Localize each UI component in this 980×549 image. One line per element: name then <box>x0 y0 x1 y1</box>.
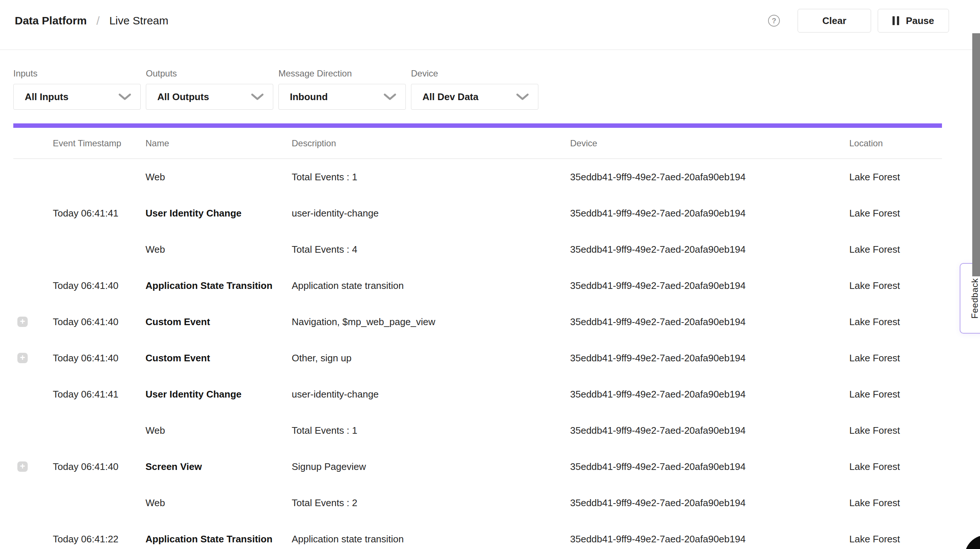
event-name-cell: Application State Transition <box>145 533 292 545</box>
device-cell: 35eddb41-9ff9-49e2-7aed-20afa90eb194 <box>570 461 849 472</box>
location-cell: Lake Forest <box>849 425 942 436</box>
outputs-dropdown-value: All Outputs <box>157 91 209 103</box>
plus-icon: + <box>20 317 25 326</box>
filter-inputs-label: Inputs <box>13 69 141 79</box>
table-header-row: Event Timestamp Name Description Device … <box>13 128 942 159</box>
breadcrumb: Data Platform / Live Stream <box>15 9 169 32</box>
expand-row-button[interactable]: + <box>18 353 28 363</box>
expand-cell: + <box>13 353 53 363</box>
page-title: Live Stream <box>109 14 169 27</box>
event-description-cell: user-identity-change <box>292 389 570 400</box>
location-cell: Lake Forest <box>849 497 942 509</box>
filter-message-direction-label: Message Direction <box>278 69 406 79</box>
live-stream-table: Event Timestamp Name Description Device … <box>13 128 942 549</box>
filter-outputs: Outputs All Outputs <box>146 69 273 110</box>
location-cell: Lake Forest <box>849 171 942 183</box>
pause-button[interactable]: Pause <box>878 9 949 32</box>
event-name-cell: Web <box>145 497 292 509</box>
live-stream-page: Data Platform / Live Stream ? Clear Paus… <box>0 0 980 549</box>
location-cell: Lake Forest <box>849 207 942 219</box>
breadcrumb-section[interactable]: Data Platform <box>15 14 87 27</box>
device-column-header: Device <box>570 138 849 148</box>
event-description-cell: Total Events : 1 <box>292 425 570 436</box>
device-cell: 35eddb41-9ff9-49e2-7aed-20afa90eb194 <box>570 207 849 219</box>
table-row: + Web Total Events : 1 35eddb41-9ff9-49e… <box>13 412 942 448</box>
event-timestamp-cell: Today 06:41:40 <box>53 461 145 472</box>
clear-button[interactable]: Clear <box>798 9 871 32</box>
expand-cell: + <box>13 425 53 436</box>
table-row: + Web Total Events : 4 35eddb41-9ff9-49e… <box>13 231 942 268</box>
filter-device-label: Device <box>411 69 538 79</box>
device-cell: 35eddb41-9ff9-49e2-7aed-20afa90eb194 <box>570 389 849 400</box>
location-column-header: Location <box>849 138 942 148</box>
expand-cell: + <box>13 281 53 291</box>
location-cell: Lake Forest <box>849 353 942 364</box>
message-direction-dropdown[interactable]: Inbound <box>278 84 406 110</box>
device-cell: 35eddb41-9ff9-49e2-7aed-20afa90eb194 <box>570 497 849 509</box>
location-cell: Lake Forest <box>849 280 942 292</box>
scrollbar-thumb[interactable] <box>972 33 980 276</box>
expand-row-button[interactable]: + <box>18 461 28 472</box>
device-cell: 35eddb41-9ff9-49e2-7aed-20afa90eb194 <box>570 171 849 183</box>
top-header: Data Platform / Live Stream ? Clear Paus… <box>0 0 980 50</box>
chevron-down-icon <box>516 93 529 101</box>
pause-icon <box>892 16 899 25</box>
filter-message-direction: Message Direction Inbound <box>278 69 406 110</box>
event-description-cell: Signup Pageview <box>292 461 570 472</box>
event-description-cell: Navigation, $mp_web_page_view <box>292 316 570 328</box>
breadcrumb-separator: / <box>96 14 100 28</box>
device-cell: 35eddb41-9ff9-49e2-7aed-20afa90eb194 <box>570 316 849 328</box>
event-name-cell: User Identity Change <box>145 207 292 219</box>
event-name-cell: Application State Transition <box>145 280 292 292</box>
expand-cell: + <box>13 461 53 472</box>
device-cell: 35eddb41-9ff9-49e2-7aed-20afa90eb194 <box>570 533 849 545</box>
filter-outputs-label: Outputs <box>146 69 273 79</box>
header-actions: ? Clear Pause <box>768 9 949 32</box>
outputs-dropdown[interactable]: All Outputs <box>146 84 273 110</box>
table-row: + Web Total Events : 1 35eddb41-9ff9-49e… <box>13 159 942 195</box>
location-cell: Lake Forest <box>849 461 942 472</box>
event-timestamp-cell: Today 06:41:40 <box>53 280 145 292</box>
device-dropdown[interactable]: All Dev Data <box>411 84 538 110</box>
event-timestamp-cell: Today 06:41:22 <box>53 533 145 545</box>
table-row: + Web Total Events : 2 35eddb41-9ff9-49e… <box>13 485 942 521</box>
event-name-cell: Custom Event <box>145 316 292 328</box>
help-icon[interactable]: ? <box>768 15 780 27</box>
event-description-cell: Other, sign up <box>292 353 570 364</box>
expand-cell: + <box>13 244 53 255</box>
plus-icon: + <box>20 353 25 362</box>
table-row: + Today 06:41:41 User Identity Change us… <box>13 376 942 412</box>
message-direction-dropdown-value: Inbound <box>290 91 328 103</box>
event-description-cell: Total Events : 2 <box>292 497 570 509</box>
expand-cell: + <box>13 498 53 508</box>
event-name-cell: User Identity Change <box>145 389 292 400</box>
name-column-header: Name <box>145 138 292 148</box>
event-description-cell: Total Events : 1 <box>292 171 570 183</box>
event-description-cell: Total Events : 4 <box>292 244 570 255</box>
chevron-down-icon <box>383 93 396 101</box>
event-name-cell: Web <box>145 171 292 183</box>
table-row: + Today 06:41:40 Custom Event Other, sig… <box>13 340 942 376</box>
table-row: + Today 06:41:41 User Identity Change us… <box>13 195 942 231</box>
location-cell: Lake Forest <box>849 316 942 328</box>
event-timestamp-cell: Today 06:41:40 <box>53 353 145 364</box>
event-timestamp-cell: Today 06:41:41 <box>53 207 145 219</box>
device-cell: 35eddb41-9ff9-49e2-7aed-20afa90eb194 <box>570 244 849 255</box>
timestamp-column-header: Event Timestamp <box>53 138 145 148</box>
table-row: + Today 06:41:22 Application State Trans… <box>13 521 942 549</box>
description-column-header: Description <box>292 138 570 148</box>
device-cell: 35eddb41-9ff9-49e2-7aed-20afa90eb194 <box>570 425 849 436</box>
chevron-down-icon <box>118 93 132 101</box>
event-description-cell: Application state transition <box>292 280 570 292</box>
chevron-down-icon <box>251 93 264 101</box>
expand-row-button[interactable]: + <box>18 317 28 327</box>
event-name-cell: Web <box>145 425 292 436</box>
event-name-cell: Custom Event <box>145 353 292 364</box>
inputs-dropdown[interactable]: All Inputs <box>13 84 141 110</box>
table-row: + Today 06:41:40 Application State Trans… <box>13 268 942 304</box>
expand-cell: + <box>13 317 53 327</box>
filter-device: Device All Dev Data <box>411 69 538 110</box>
location-cell: Lake Forest <box>849 533 942 545</box>
expand-cell: + <box>13 389 53 399</box>
inputs-dropdown-value: All Inputs <box>25 91 68 103</box>
